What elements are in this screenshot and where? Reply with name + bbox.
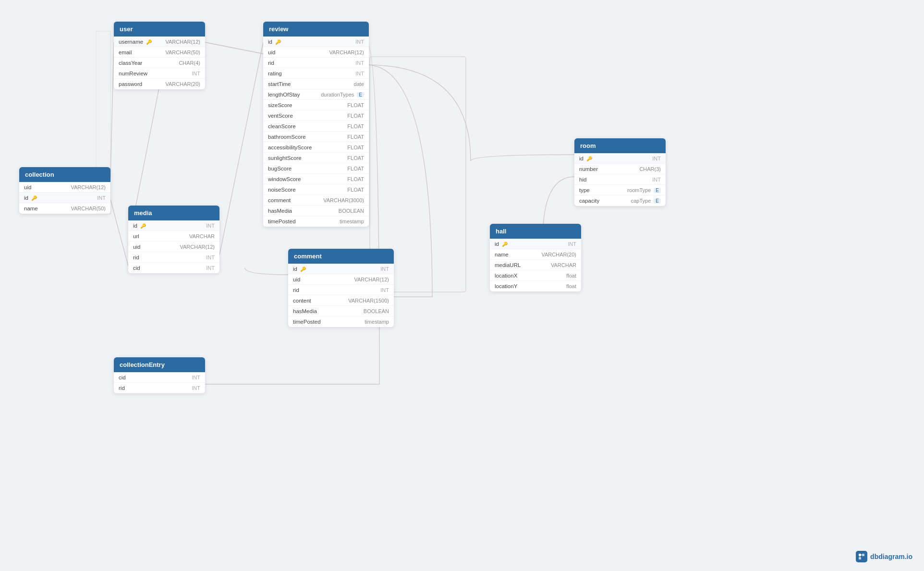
table-row: noiseScore FLOAT — [263, 184, 369, 195]
table-comment: comment id 🔑 INT uid VARCHAR(12) rid INT… — [288, 249, 394, 327]
table-row: lengthOfStay durationTypes E — [263, 89, 369, 100]
table-hall-header: hall — [490, 224, 581, 239]
diagram-canvas: user username 🔑 VARCHAR(12) email VARCHA… — [0, 0, 924, 571]
table-row: rid INT — [128, 252, 219, 263]
table-row: hasMedia BOOLEAN — [288, 306, 394, 316]
table-collection-entry-header: collectionEntry — [114, 357, 205, 372]
table-row: sizeScore FLOAT — [263, 100, 369, 110]
logo-icon — [856, 551, 867, 562]
svg-rect-8 — [859, 554, 861, 556]
table-row: cid INT — [128, 263, 219, 273]
svg-rect-10 — [859, 557, 861, 559]
table-row: number CHAR(3) — [574, 164, 666, 174]
table-room: room id 🔑 INT number CHAR(3) hid INT typ… — [574, 138, 666, 206]
table-row: locationY float — [490, 281, 581, 292]
table-collection-entry-label: collectionEntry — [120, 361, 165, 368]
table-row: content VARCHAR(1500) — [288, 295, 394, 306]
svg-line-1 — [110, 42, 114, 178]
table-collection: collection uid VARCHAR(12) id 🔑 INT name… — [19, 167, 110, 214]
table-row: accessibilityScore FLOAT — [263, 142, 369, 153]
svg-line-2 — [205, 42, 263, 54]
table-row: bathroomScore FLOAT — [263, 132, 369, 142]
svg-line-4 — [219, 42, 263, 255]
table-row: rid INT — [288, 285, 394, 295]
table-review: review id 🔑 INT uid VARCHAR(12) rid INT … — [263, 22, 369, 227]
table-user-header: user — [114, 22, 205, 36]
table-row: id 🔑 INT — [490, 239, 581, 249]
table-media-header: media — [128, 206, 219, 220]
table-row: type roomType E — [574, 185, 666, 195]
logo-text: dbdiagram.io — [870, 553, 912, 560]
table-row: uid VARCHAR(12) — [128, 242, 219, 252]
svg-rect-9 — [862, 554, 864, 556]
table-row: rid INT — [263, 58, 369, 68]
table-row: windowScore FLOAT — [263, 174, 369, 184]
table-row: capacity capType E — [574, 195, 666, 206]
table-row: uid VARCHAR(12) — [19, 182, 110, 193]
table-row: bugScore FLOAT — [263, 163, 369, 174]
table-row: rating INT — [263, 68, 369, 79]
table-room-label: room — [580, 142, 596, 149]
table-media: media id 🔑 INT url VARCHAR uid VARCHAR(1… — [128, 206, 219, 273]
table-collection-entry: collectionEntry cid INT rid INT — [114, 357, 205, 393]
table-row: rid INT — [114, 383, 205, 393]
table-row: email VARCHAR(50) — [114, 47, 205, 58]
table-row: password VARCHAR(20) — [114, 79, 205, 89]
table-row: numReview INT — [114, 68, 205, 79]
table-row: classYear CHAR(4) — [114, 58, 205, 68]
table-row: hid INT — [574, 174, 666, 185]
table-row: name VARCHAR(50) — [19, 203, 110, 214]
svg-line-0 — [205, 42, 263, 54]
table-user: user username 🔑 VARCHAR(12) email VARCHA… — [114, 22, 205, 89]
table-comment-label: comment — [294, 253, 322, 260]
table-row: comment VARCHAR(3000) — [263, 195, 369, 206]
table-media-label: media — [134, 209, 152, 217]
table-row: id 🔑 INT — [574, 153, 666, 164]
table-hall-label: hall — [496, 228, 506, 235]
table-hall: hall id 🔑 INT name VARCHAR(20) mediaURL … — [490, 224, 581, 292]
table-row: uid VARCHAR(12) — [288, 274, 394, 285]
table-row: url VARCHAR — [128, 231, 219, 242]
table-row: id 🔑 INT — [128, 220, 219, 231]
table-row: hasMedia BOOLEAN — [263, 206, 369, 216]
table-row: username 🔑 VARCHAR(12) — [114, 36, 205, 47]
table-row: cid INT — [114, 372, 205, 383]
table-row: id 🔑 INT — [19, 193, 110, 203]
table-row: mediaURL VARCHAR — [490, 260, 581, 270]
table-collection-label: collection — [25, 171, 54, 178]
table-row: cleanScore FLOAT — [263, 121, 369, 132]
table-row: timePosted timestamp — [263, 216, 369, 227]
table-comment-header: comment — [288, 249, 394, 264]
table-room-header: room — [574, 138, 666, 153]
table-row: startTime date — [263, 79, 369, 89]
table-row: locationX float — [490, 270, 581, 281]
table-row: id 🔑 INT — [263, 36, 369, 47]
table-row: id 🔑 INT — [288, 264, 394, 274]
table-row: uid VARCHAR(12) — [263, 47, 369, 58]
table-row: name VARCHAR(20) — [490, 249, 581, 260]
table-row: timePosted timestamp — [288, 316, 394, 327]
svg-line-5 — [110, 199, 128, 266]
table-user-label: user — [120, 25, 133, 33]
dbdiagram-logo: dbdiagram.io — [856, 551, 912, 562]
table-row: sunlightScore FLOAT — [263, 153, 369, 163]
table-collection-header: collection — [19, 167, 110, 182]
table-row: ventScore FLOAT — [263, 110, 369, 121]
table-review-label: review — [269, 25, 288, 33]
table-review-header: review — [263, 22, 369, 36]
